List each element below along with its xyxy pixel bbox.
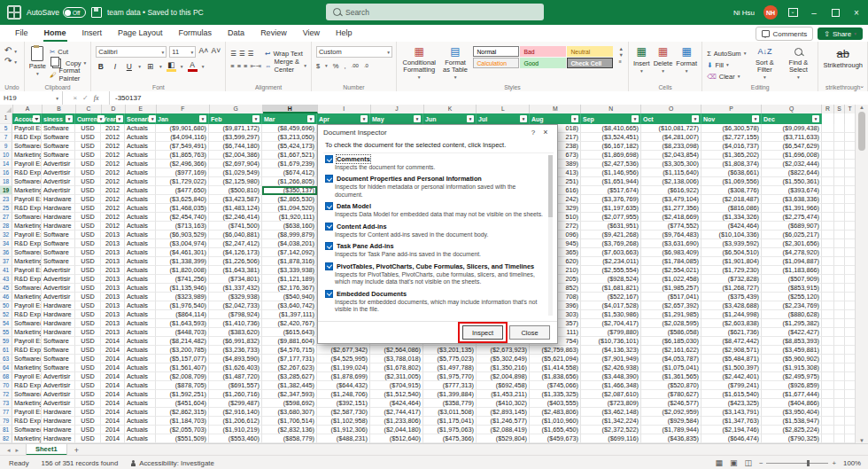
cell[interactable]: ($475,366) bbox=[423, 434, 477, 443]
cell[interactable]: ($350,137) bbox=[262, 186, 317, 195]
cell[interactable]: ($2,744,417) bbox=[370, 408, 423, 417]
cell[interactable]: ($6,903,529) bbox=[156, 231, 209, 239]
minimize-icon[interactable]: – bbox=[808, 6, 820, 19]
cell[interactable]: ($1,678,802) bbox=[370, 363, 423, 372]
cell[interactable]: ($2,454,740) bbox=[156, 213, 209, 222]
cell[interactable]: ($2,554,021) bbox=[641, 266, 701, 275]
cell[interactable]: ($4,576,715) bbox=[262, 346, 317, 355]
tab-file[interactable]: File bbox=[7, 25, 36, 42]
cell[interactable]: ($864,114) bbox=[156, 310, 209, 319]
row-header-72[interactable]: 72 bbox=[0, 390, 12, 399]
filter-dropdown-icon[interactable]: ▾ bbox=[307, 115, 314, 122]
cell[interactable]: Hardware bbox=[42, 310, 75, 319]
cell[interactable]: Actuals bbox=[125, 426, 156, 434]
document-title[interactable]: team data • Saved to this PC bbox=[107, 8, 204, 17]
row-header-34[interactable]: 34 bbox=[0, 239, 12, 248]
row-header-14[interactable]: 14 bbox=[0, 160, 12, 168]
row-header-36[interactable]: 36 bbox=[0, 248, 12, 257]
restore-icon[interactable] bbox=[829, 6, 841, 19]
row-header-32[interactable]: 32 bbox=[0, 231, 12, 239]
cell[interactable]: ($2,916,140) bbox=[209, 408, 262, 417]
cell[interactable]: ($2,042,733) bbox=[209, 301, 262, 310]
search-input[interactable]: Search bbox=[326, 4, 544, 20]
decrease-decimal-button[interactable]: .0 bbox=[364, 63, 368, 68]
cell[interactable]: 2013 bbox=[101, 310, 125, 319]
cell[interactable]: USD bbox=[75, 319, 101, 328]
cell[interactable]: ($1,175,041) bbox=[423, 417, 477, 426]
row-header-7[interactable]: 7 bbox=[0, 133, 12, 142]
cell[interactable]: Hardware bbox=[42, 204, 75, 213]
cell[interactable]: ($2,161,622) bbox=[641, 346, 701, 355]
cell[interactable]: ($1,350,216) bbox=[477, 363, 530, 372]
cell[interactable]: ($517,041) bbox=[641, 293, 701, 301]
cell[interactable]: ($1,651,944) bbox=[581, 177, 641, 186]
cell-style-neutral[interactable]: Neutral bbox=[567, 46, 613, 57]
cell[interactable]: ($616,922) bbox=[641, 186, 701, 195]
tab-home[interactable]: Home bbox=[36, 25, 74, 42]
close-icon[interactable]: × bbox=[850, 6, 863, 19]
cell-style-normal[interactable]: Normal bbox=[473, 46, 519, 57]
cell[interactable] bbox=[822, 310, 834, 319]
column-header-D[interactable]: D bbox=[102, 105, 126, 113]
cell[interactable]: Actuals bbox=[125, 293, 156, 301]
cell[interactable] bbox=[834, 310, 845, 319]
grow-font-button[interactable]: A˄ bbox=[198, 46, 208, 58]
cell[interactable]: R&D Expe bbox=[12, 168, 42, 177]
cell[interactable] bbox=[822, 239, 834, 248]
cell[interactable]: USD bbox=[75, 363, 101, 372]
cell[interactable]: 2013 bbox=[101, 266, 125, 275]
cell[interactable]: ($512,640) bbox=[370, 434, 423, 443]
option-row[interactable]: Task Pane Add-ins bbox=[325, 242, 545, 250]
cell[interactable]: ($500,810) bbox=[209, 186, 262, 195]
row-header-77[interactable]: 77 bbox=[0, 408, 12, 417]
fill-color-button[interactable]: ◧ bbox=[167, 60, 176, 72]
cell[interactable]: ($1,976,540) bbox=[156, 301, 209, 310]
cell[interactable]: Software bbox=[42, 346, 75, 355]
cell[interactable]: ($1,915,308) bbox=[762, 363, 822, 372]
avatar[interactable]: NH bbox=[763, 5, 778, 20]
cell[interactable] bbox=[822, 213, 834, 222]
cell[interactable]: ($10,081,727) bbox=[641, 124, 701, 133]
cell[interactable]: 2013 bbox=[101, 275, 125, 284]
cell[interactable]: ($392,151) bbox=[317, 399, 370, 408]
cell[interactable]: ($1,808,374) bbox=[701, 160, 762, 168]
cell[interactable] bbox=[822, 434, 834, 443]
cell[interactable] bbox=[834, 408, 845, 417]
font-color-button[interactable]: A bbox=[188, 60, 198, 72]
shrink-font-button[interactable]: A˅ bbox=[211, 46, 221, 58]
cell[interactable] bbox=[834, 328, 845, 337]
cell[interactable]: ($8,410,665) bbox=[581, 124, 641, 133]
tab-page-layout[interactable]: Page Layout bbox=[110, 25, 171, 42]
filter-header-curren[interactable]: Curren▾ bbox=[75, 113, 101, 124]
cell[interactable] bbox=[834, 355, 845, 363]
row-header-37[interactable]: 37 bbox=[0, 257, 12, 266]
cell[interactable]: ($1,260,716) bbox=[209, 390, 262, 399]
underline-button[interactable]: U bbox=[124, 62, 134, 71]
filter-dropdown-icon[interactable]: ▾ bbox=[360, 115, 368, 122]
cell[interactable]: ($9,421,268) bbox=[581, 231, 641, 239]
cell[interactable]: ($1,975,063) bbox=[423, 426, 477, 434]
column-header-R[interactable]: R bbox=[822, 105, 834, 113]
cell[interactable]: ($451,604) bbox=[156, 399, 209, 408]
cell[interactable]: ($880,628) bbox=[762, 310, 822, 319]
cell[interactable]: ($529,804) bbox=[477, 434, 530, 443]
select-all-corner[interactable] bbox=[0, 105, 13, 113]
column-header-C[interactable]: C bbox=[76, 105, 102, 113]
tab-view[interactable]: View bbox=[295, 25, 328, 42]
row-header-79[interactable]: 79 bbox=[0, 417, 12, 426]
ribbon-display-options-icon[interactable]: ⌄ bbox=[787, 6, 799, 19]
cell[interactable] bbox=[822, 222, 834, 231]
cell[interactable]: ($1,277,356) bbox=[641, 204, 701, 213]
cell[interactable]: Actuals bbox=[125, 213, 156, 222]
cell[interactable]: ($1,146,956) bbox=[581, 168, 641, 177]
cell[interactable]: ($3,638,336) bbox=[762, 195, 822, 204]
filter-dropdown-icon[interactable]: ▾ bbox=[199, 115, 206, 122]
column-header-M[interactable]: M bbox=[530, 105, 581, 113]
name-box[interactable]: H19▾ bbox=[0, 91, 63, 105]
cell[interactable]: ($774,552) bbox=[641, 222, 701, 231]
option-row[interactable]: Embedded Documents bbox=[325, 290, 545, 298]
cell[interactable]: Software bbox=[42, 363, 75, 372]
cell[interactable]: 2012 bbox=[101, 213, 125, 222]
borders-button[interactable]: ⊞ bbox=[145, 62, 155, 71]
cell[interactable]: 2012 bbox=[101, 124, 125, 133]
